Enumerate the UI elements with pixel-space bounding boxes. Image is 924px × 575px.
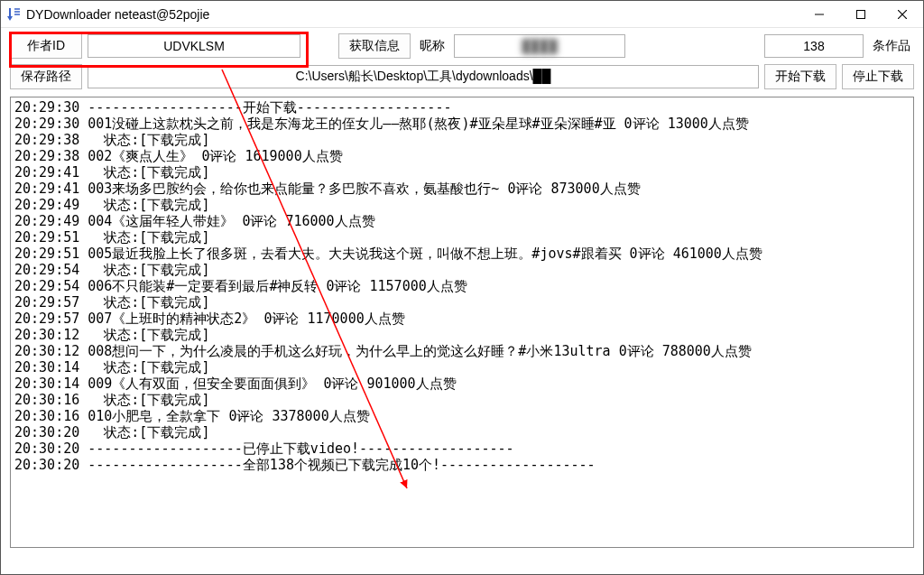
titlebar: DYDownloader neteast@52pojie xyxy=(1,1,923,28)
nickname-value: ████ xyxy=(522,39,558,53)
save-path-button[interactable]: 保存路径 xyxy=(10,64,82,89)
count-field: 138 xyxy=(764,34,864,58)
path-row: 保存路径 C:\Users\船长\Desktop\工具\dydownloads\… xyxy=(1,62,923,93)
save-path-field[interactable]: C:\Users\船长\Desktop\工具\dydownloads\██ xyxy=(88,65,759,88)
app-window: DYDownloader neteast@52pojie 作者ID UDVKLS… xyxy=(0,0,924,575)
close-button[interactable] xyxy=(882,1,923,28)
top-row: 作者ID UDVKLSM 获取信息 昵称 ████ 138 条作品 xyxy=(1,28,923,62)
start-download-button[interactable]: 开始下载 xyxy=(764,64,836,89)
count-label: 条作品 xyxy=(869,38,914,54)
svg-rect-1 xyxy=(857,10,865,18)
stop-download-button[interactable]: 停止下载 xyxy=(842,64,914,89)
window-title: DYDownloader neteast@52pojie xyxy=(26,7,799,22)
author-id-input[interactable]: UDVKLSM xyxy=(88,34,300,58)
get-info-button[interactable]: 获取信息 xyxy=(338,33,411,59)
minimize-button[interactable] xyxy=(799,1,840,28)
maximize-button[interactable] xyxy=(840,1,882,28)
app-icon xyxy=(6,7,21,22)
author-id-button[interactable]: 作者ID xyxy=(10,33,82,59)
nickname-field: ████ xyxy=(454,34,625,58)
log-textarea[interactable]: 20:29:30 -------------------开始下载--------… xyxy=(10,97,914,548)
nickname-label: 昵称 xyxy=(416,38,448,54)
